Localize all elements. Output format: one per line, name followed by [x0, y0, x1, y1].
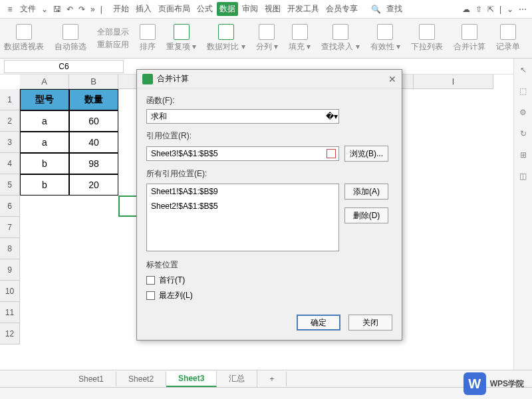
all-refs-label: 所有引用位置(E): — [146, 168, 392, 180]
function-value: 求和 — [151, 111, 167, 122]
history-icon[interactable]: ↻ — [517, 129, 529, 141]
tab-dev[interactable]: 开发工具 — [285, 2, 322, 16]
browse-button[interactable]: 浏览(B)... — [344, 146, 388, 162]
share-icon[interactable]: ⇧ — [475, 5, 482, 14]
col-A[interactable]: A — [20, 74, 69, 88]
watermark-text: WPS学院 — [490, 378, 524, 390]
chart-icon[interactable]: ◫ — [517, 172, 529, 184]
row-3[interactable]: 3 — [0, 132, 19, 153]
function-label: 函数(F): — [146, 95, 392, 106]
refs-listbox[interactable]: Sheet1!$A$1:$B$9 Sheet2!$A$1:$B$5 — [146, 184, 339, 251]
table-icon[interactable]: ⊞ — [517, 150, 529, 162]
leftcol-checkbox[interactable] — [146, 291, 155, 300]
reference-label: 引用位置(R): — [146, 130, 392, 142]
settings-icon[interactable]: ⚙ — [517, 108, 529, 120]
rb-dup[interactable]: 重复项 ▾ — [166, 24, 196, 53]
select-icon[interactable]: ⬚ — [517, 86, 529, 98]
rb-showall[interactable]: 全部显示 — [97, 27, 129, 38]
leftcol-checkbox-row[interactable]: 最左列(L) — [146, 290, 392, 301]
search-label[interactable]: 查找 — [386, 3, 402, 15]
rb-dropdown[interactable]: 下拉列表 — [411, 24, 443, 53]
rb-valid[interactable]: 有效性 ▾ — [370, 24, 400, 53]
cloud-icon[interactable]: ☁ — [462, 5, 470, 14]
tab-summary[interactable]: 汇总 — [217, 370, 257, 387]
cursor-icon[interactable]: ↖ — [517, 65, 529, 77]
cell-A1[interactable]: 型号 — [20, 89, 69, 110]
cell-A5[interactable]: b — [20, 174, 69, 196]
row-7[interactable]: 7 — [0, 217, 19, 238]
list-item[interactable]: Sheet2!$A$1:$B$5 — [147, 199, 338, 213]
file-dropdown-icon[interactable]: ⌄ — [41, 5, 48, 14]
range-picker-icon[interactable] — [327, 149, 336, 158]
row-1[interactable]: 1 — [0, 89, 19, 110]
close-icon[interactable]: ✕ — [388, 74, 396, 84]
dialog-titlebar[interactable]: 合并计算 ✕ — [137, 70, 402, 88]
cell-B5[interactable]: 20 — [69, 174, 118, 196]
tab-formula[interactable]: 公式 — [194, 2, 215, 16]
row-10[interactable]: 10 — [0, 281, 19, 302]
toprow-checkbox-row[interactable]: 首行(T) — [146, 275, 392, 286]
rb-pivot[interactable]: 数据透视表 — [4, 24, 44, 53]
file-menu[interactable]: 文件 — [20, 3, 36, 15]
tab-sheet3[interactable]: Sheet3 — [166, 371, 217, 387]
row-6[interactable]: 6 — [0, 196, 19, 217]
col-I[interactable]: I — [414, 74, 493, 88]
more-icon: » — [90, 5, 95, 14]
tab-start[interactable]: 开始 — [110, 2, 132, 16]
rb-record[interactable]: 记录单 — [496, 24, 520, 53]
label-position: 标签位置 — [146, 259, 392, 271]
row-4[interactable]: 4 — [0, 153, 19, 174]
col-B[interactable]: B — [69, 74, 118, 88]
export-icon[interactable]: ⇱ — [487, 5, 494, 14]
cell-A2[interactable]: a — [20, 110, 69, 132]
delete-button[interactable]: 删除(D) — [344, 207, 388, 223]
cell-A4[interactable]: b — [20, 153, 69, 174]
rb-filter[interactable]: 自动筛选 — [55, 24, 86, 53]
add-sheet-button[interactable]: + — [257, 372, 287, 386]
rb-consolidate[interactable]: 合并计算 — [454, 24, 485, 53]
list-item[interactable]: Sheet1!$A$1:$B$9 — [147, 184, 338, 199]
rb-split[interactable]: 分列 ▾ — [256, 24, 278, 53]
rb-reapply[interactable]: 重新应用 — [97, 39, 129, 51]
menu-icon[interactable]: ≡ — [5, 5, 15, 14]
redo-icon[interactable]: ↷ — [78, 5, 85, 14]
consolidate-dialog: 合并计算 ✕ 函数(F): 求和 �▾ 引用位置(R): Sheet3!$A$1… — [136, 69, 402, 340]
more-opts-icon[interactable]: ⋯ — [519, 5, 527, 14]
row-5[interactable]: 5 — [0, 174, 19, 196]
rb-find[interactable]: 查找录入 ▾ — [321, 24, 359, 53]
toprow-checkbox[interactable] — [146, 276, 155, 285]
rb-sort[interactable]: 排序 — [140, 24, 156, 53]
row-12[interactable]: 12 — [0, 323, 19, 344]
tab-data[interactable]: 数据 — [217, 2, 238, 16]
chevron-down-icon[interactable]: �▾ — [327, 111, 337, 122]
reference-input[interactable]: Sheet3!$A$1:$B$5 — [146, 146, 339, 161]
close-button[interactable]: 关闭 — [348, 315, 392, 331]
row-11[interactable]: 11 — [0, 302, 19, 323]
cell-B1[interactable]: 数量 — [69, 89, 118, 110]
function-combo[interactable]: 求和 �▾ — [146, 109, 339, 124]
tab-layout[interactable]: 页面布局 — [156, 2, 193, 16]
title-bar: ≡ 文件 ⌄ 🖫 ↶ ↷ » | 开始 插入 页面布局 公式 数据 审阅 视图 … — [0, 0, 532, 19]
search-icon[interactable]: 🔍 — [371, 5, 381, 14]
cell-B3[interactable]: 40 — [69, 132, 118, 153]
tab-sheet2[interactable]: Sheet2 — [116, 372, 166, 386]
save-icon[interactable]: 🖫 — [53, 5, 61, 14]
cell-B4[interactable]: 98 — [69, 153, 118, 174]
add-button[interactable]: 添加(A) — [344, 184, 388, 200]
cell-B2[interactable]: 60 — [69, 110, 118, 132]
collapse-icon[interactable]: ⌄ — [507, 5, 513, 14]
rb-compare[interactable]: 数据对比 ▾ — [207, 24, 245, 53]
tab-insert[interactable]: 插入 — [133, 2, 154, 16]
tab-view[interactable]: 视图 — [262, 2, 283, 16]
tab-member[interactable]: 会员专享 — [323, 2, 360, 16]
name-box[interactable]: C6 — [4, 60, 124, 73]
row-2[interactable]: 2 — [0, 110, 19, 132]
tab-sheet1[interactable]: Sheet1 — [66, 372, 116, 386]
ok-button[interactable]: 确定 — [297, 315, 340, 331]
cell-A3[interactable]: a — [20, 132, 69, 153]
undo-icon[interactable]: ↶ — [66, 5, 73, 14]
tab-review[interactable]: 审阅 — [239, 2, 261, 16]
row-9[interactable]: 9 — [0, 259, 19, 281]
rb-fill[interactable]: 填充 ▾ — [289, 24, 311, 53]
row-8[interactable]: 8 — [0, 238, 19, 259]
